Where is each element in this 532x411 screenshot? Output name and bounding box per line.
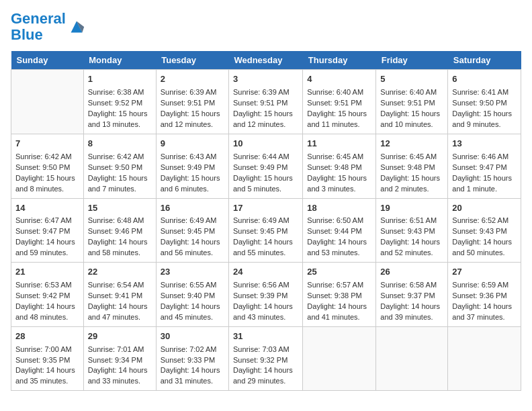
logo: GeneralBlue	[11, 11, 86, 43]
day-info-line: Sunrise: 6:42 AM	[88, 152, 152, 163]
day-number: 25	[307, 266, 371, 279]
day-number: 10	[233, 138, 298, 150]
day-number: 20	[452, 202, 517, 215]
day-info-line: Sunrise: 6:41 AM	[452, 87, 517, 98]
day-info-line: Sunrise: 6:49 AM	[161, 216, 224, 226]
day-info-line: Sunset: 9:39 PM	[233, 291, 298, 302]
day-info-line: Sunset: 9:45 PM	[161, 226, 224, 237]
day-info-line: Sunrise: 6:39 AM	[233, 87, 298, 98]
calendar-cell: 14Sunrise: 6:47 AMSunset: 9:47 PMDayligh…	[11, 198, 84, 263]
day-info-line: Daylight: 14 hours and 35 minutes.	[15, 365, 79, 387]
day-info-line: Sunrise: 6:44 AM	[233, 152, 298, 163]
day-info-line: Daylight: 14 hours and 41 minutes.	[307, 302, 371, 323]
day-info-line: Sunset: 9:50 PM	[88, 163, 152, 173]
day-info-line: Sunset: 9:42 PM	[15, 291, 79, 302]
day-info-line: Sunrise: 6:59 AM	[452, 280, 517, 291]
day-info-line: Sunrise: 7:00 AM	[15, 345, 79, 355]
day-number: 12	[380, 138, 443, 150]
day-info-line: Sunrise: 6:42 AM	[15, 152, 79, 163]
day-info-line: Sunrise: 6:58 AM	[380, 280, 443, 291]
day-number: 15	[88, 202, 152, 215]
day-info-line: Daylight: 14 hours and 52 minutes.	[380, 237, 443, 259]
calendar-cell: 31Sunrise: 7:03 AMSunset: 9:32 PMDayligh…	[228, 326, 302, 391]
day-number: 23	[161, 266, 224, 279]
day-info-line: Daylight: 14 hours and 56 minutes.	[161, 237, 224, 259]
day-info-line: Sunrise: 6:57 AM	[307, 280, 371, 291]
calendar-cell: 7Sunrise: 6:42 AMSunset: 9:50 PMDaylight…	[11, 134, 84, 198]
day-info-line: Daylight: 14 hours and 47 minutes.	[88, 302, 152, 323]
day-number: 24	[233, 266, 298, 279]
day-info-line: Sunset: 9:52 PM	[88, 98, 152, 109]
day-info-line: Sunrise: 6:43 AM	[161, 152, 224, 163]
day-info-line: Sunset: 9:32 PM	[233, 355, 298, 366]
day-number: 8	[88, 138, 152, 150]
day-info-line: Daylight: 14 hours and 59 minutes.	[15, 237, 79, 259]
day-number: 21	[15, 266, 79, 279]
calendar-week-row: 28Sunrise: 7:00 AMSunset: 9:35 PMDayligh…	[11, 326, 521, 391]
day-number: 27	[452, 266, 517, 279]
day-info-line: Daylight: 14 hours and 37 minutes.	[452, 302, 517, 323]
calendar-week-row: 14Sunrise: 6:47 AMSunset: 9:47 PMDayligh…	[11, 198, 521, 263]
day-number: 22	[88, 266, 152, 279]
day-info-line: Sunrise: 6:53 AM	[15, 280, 79, 291]
day-number: 1	[88, 73, 152, 86]
calendar-cell: 26Sunrise: 6:58 AMSunset: 9:37 PMDayligh…	[376, 263, 448, 327]
calendar-cell: 19Sunrise: 6:51 AMSunset: 9:43 PMDayligh…	[376, 198, 448, 263]
day-info-line: Daylight: 15 hours and 7 minutes.	[88, 173, 152, 195]
day-number: 6	[452, 73, 517, 86]
calendar-cell: 5Sunrise: 6:40 AMSunset: 9:51 PMDaylight…	[376, 70, 448, 134]
calendar-cell: 30Sunrise: 7:02 AMSunset: 9:33 PMDayligh…	[156, 326, 228, 391]
day-info-line: Daylight: 14 hours and 31 minutes.	[161, 365, 224, 387]
day-info-line: Sunrise: 6:39 AM	[161, 87, 224, 98]
day-info-line: Daylight: 14 hours and 33 minutes.	[88, 365, 152, 387]
day-info-line: Daylight: 14 hours and 50 minutes.	[452, 237, 517, 259]
day-info-line: Sunset: 9:47 PM	[452, 163, 517, 173]
calendar-cell: 15Sunrise: 6:48 AMSunset: 9:46 PMDayligh…	[83, 198, 156, 263]
day-info-line: Sunset: 9:33 PM	[161, 355, 224, 366]
calendar-week-row: 21Sunrise: 6:53 AMSunset: 9:42 PMDayligh…	[11, 263, 521, 327]
day-info-line: Daylight: 15 hours and 3 minutes.	[307, 173, 371, 195]
day-info-line: Daylight: 14 hours and 58 minutes.	[88, 237, 152, 259]
day-info-line: Sunset: 9:51 PM	[307, 98, 371, 109]
day-info-line: Sunset: 9:44 PM	[307, 226, 371, 237]
day-info-line: Sunrise: 6:52 AM	[452, 216, 517, 226]
day-info-line: Sunset: 9:41 PM	[88, 291, 152, 302]
day-info-line: Sunrise: 6:47 AM	[15, 216, 79, 226]
day-info-line: Daylight: 15 hours and 11 minutes.	[307, 109, 371, 130]
day-info-line: Daylight: 14 hours and 48 minutes.	[15, 302, 79, 323]
day-info-line: Sunset: 9:47 PM	[15, 226, 79, 237]
day-info-line: Daylight: 14 hours and 29 minutes.	[233, 365, 298, 387]
day-number: 30	[161, 330, 224, 343]
day-info-line: Sunset: 9:50 PM	[452, 98, 517, 109]
day-number: 31	[233, 330, 298, 343]
weekday-header: Wednesday	[228, 51, 302, 70]
day-number: 7	[15, 138, 79, 150]
day-info-line: Sunrise: 6:38 AM	[88, 87, 152, 98]
day-info-line: Sunset: 9:45 PM	[233, 226, 298, 237]
weekday-header: Monday	[83, 51, 156, 70]
weekday-header: Saturday	[448, 51, 521, 70]
day-info-line: Sunset: 9:46 PM	[88, 226, 152, 237]
day-number: 17	[233, 202, 298, 215]
page-header: GeneralBlue	[11, 11, 521, 43]
day-info-line: Sunrise: 6:50 AM	[307, 216, 371, 226]
day-info-line: Daylight: 14 hours and 53 minutes.	[307, 237, 371, 259]
day-number: 2	[161, 73, 224, 86]
day-number: 3	[233, 73, 298, 86]
calendar-cell: 20Sunrise: 6:52 AMSunset: 9:43 PMDayligh…	[448, 198, 521, 263]
weekday-header: Friday	[376, 51, 448, 70]
day-info-line: Sunset: 9:43 PM	[380, 226, 443, 237]
day-info-line: Sunset: 9:51 PM	[380, 98, 443, 109]
calendar-body: 1Sunrise: 6:38 AMSunset: 9:52 PMDaylight…	[11, 70, 521, 391]
day-info-line: Sunset: 9:51 PM	[161, 98, 224, 109]
logo-text: GeneralBlue	[11, 11, 66, 43]
day-info-line: Sunrise: 6:51 AM	[380, 216, 443, 226]
day-info-line: Sunrise: 7:01 AM	[88, 345, 152, 355]
day-info-line: Sunset: 9:49 PM	[233, 163, 298, 173]
weekday-header: Thursday	[303, 51, 376, 70]
calendar-cell: 28Sunrise: 7:00 AMSunset: 9:35 PMDayligh…	[11, 326, 84, 391]
day-info-line: Daylight: 14 hours and 43 minutes.	[233, 302, 298, 323]
day-info-line: Sunset: 9:37 PM	[380, 291, 443, 302]
day-info-line: Daylight: 15 hours and 6 minutes.	[161, 173, 224, 195]
day-info-line: Sunset: 9:35 PM	[15, 355, 79, 366]
